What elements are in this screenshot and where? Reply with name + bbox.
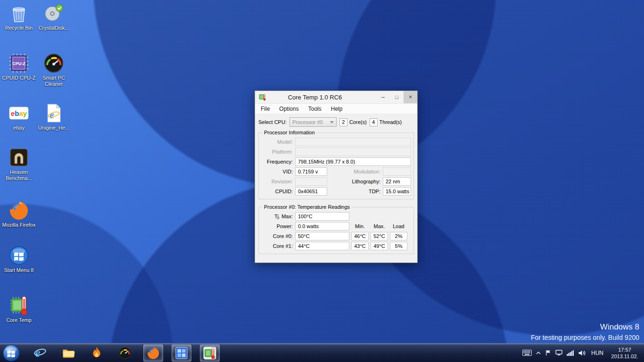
cpu-select-dropdown[interactable]: Processor #0	[289, 117, 337, 127]
temperature-readings-title: Processor #0: Temperature Readings	[262, 204, 352, 210]
ebay-icon: ebay	[8, 103, 29, 123]
desktop-icon-start-menu-8[interactable]: Start Menu 8	[2, 245, 36, 273]
action-center-flag-icon[interactable]	[545, 350, 551, 356]
heaven-benchmark-icon	[8, 147, 29, 168]
watermark-os-name: Windows 8	[531, 322, 639, 332]
model-row: Model:	[261, 137, 411, 147]
display-icon[interactable]	[555, 350, 562, 356]
model-label: Model:	[261, 139, 295, 145]
platform-label: Platform:	[261, 149, 295, 155]
internet-shortcut-file-icon: e	[43, 103, 64, 123]
desktop-icon-heaven-benchmark[interactable]: Heaven Benchma...	[2, 147, 36, 181]
maximize-button[interactable]: □	[390, 91, 404, 103]
tray-date: 2013.11.02.	[609, 353, 640, 360]
volume-icon[interactable]	[578, 350, 586, 356]
desktop-icon-core-temp[interactable]: Core Temp	[2, 295, 36, 323]
title-bar[interactable]: Core Temp 1.0 RC6 – □ ×	[255, 91, 417, 104]
minimize-button[interactable]: –	[376, 91, 390, 103]
desktop-icon-ebay[interactable]: ebay ebay	[2, 103, 36, 131]
platform-row: Platform:	[261, 147, 411, 156]
svg-text:e: e	[50, 109, 54, 121]
revision-row: Revision: Lithography: 22 nm	[261, 177, 411, 186]
caption-buttons: – □ ×	[376, 91, 417, 103]
network-signal-icon[interactable]	[567, 350, 574, 356]
power-label: Power:	[261, 223, 295, 229]
desktop-icon-unigine-heaven-file[interactable]: e Unigine_He...	[37, 103, 71, 131]
flame-app-icon	[90, 346, 103, 360]
column-header-max: Max.	[371, 223, 388, 229]
core0-load-field: 2%	[390, 232, 407, 240]
modulation-label: Modulation:	[327, 169, 383, 174]
desktop-icon-label: CrystalDisk...	[37, 25, 71, 31]
desktop-icon-recycle-bin[interactable]: Recycle Bin	[2, 3, 36, 31]
blue-tile-app-icon	[175, 346, 188, 360]
power-field: 0.0 watts	[295, 222, 349, 230]
start-menu-8-icon	[8, 245, 29, 266]
firefox-icon	[147, 346, 160, 360]
desktop-icon-label: Start Menu 8	[2, 267, 36, 273]
desktop-icon-cpu-z[interactable]: CPU-Z CPUID CPU-Z	[2, 53, 36, 81]
smart-pc-cleaner-icon	[43, 53, 64, 74]
tjmax-field: 100°C	[295, 212, 349, 221]
desktop-icon-label: Unigine_He...	[37, 125, 71, 131]
taskbar-item-file-explorer[interactable]	[58, 345, 78, 362]
core0-max-field: 52°C	[371, 232, 388, 240]
platform-field	[295, 148, 411, 156]
model-field	[295, 138, 411, 146]
menu-options[interactable]: Options	[279, 106, 298, 112]
taskbar-item-orange-app[interactable]	[87, 345, 107, 362]
menu-bar: File Options Tools Help	[255, 104, 417, 114]
desktop-icon-label: Heaven Benchma...	[2, 169, 36, 181]
svg-text:CPU-Z: CPU-Z	[12, 61, 25, 66]
tray-clock[interactable]: 17:57 2013.11.02.	[609, 346, 640, 360]
build-watermark: Windows 8 For testing purposes only. Bui…	[531, 322, 639, 341]
core0-min-field: 46°C	[351, 232, 369, 240]
cores-label: Core(s)	[349, 119, 367, 125]
cpu-select-row: Select CPU: Processor #0 2 Core(s) 4 Thr…	[258, 116, 414, 128]
show-hidden-icons-chevron-icon[interactable]	[536, 352, 541, 354]
internet-explorer-icon: e	[33, 346, 47, 360]
taskbar-item-core-temp[interactable]	[200, 345, 220, 362]
desktop-icon-firefox[interactable]: Mozilla Firefox	[2, 200, 36, 228]
tdp-label: TDP:	[327, 189, 383, 194]
lithography-field: 22 nm	[383, 177, 411, 186]
lithography-label: Lithography:	[327, 179, 383, 184]
core1-temp-field: 44°C	[295, 242, 349, 250]
close-button[interactable]: ×	[404, 91, 417, 103]
tjmax-row: Tj. Max: 100°C	[261, 212, 411, 221]
keyboard-icon[interactable]	[522, 350, 532, 356]
taskbar-item-monitor-app[interactable]	[172, 345, 191, 362]
desktop: Recycle Bin CrystalDisk... CPU-Z CPUID C…	[0, 0, 644, 362]
tray-time: 17:57	[609, 346, 640, 353]
core-temp-icon	[8, 295, 29, 316]
threads-count: 4	[370, 118, 378, 126]
language-indicator[interactable]: HUN	[590, 350, 605, 356]
system-tray: HUN 17:57 2013.11.02.	[522, 346, 644, 360]
frequency-field: 798.15MHz (99.77 x 8.0)	[295, 157, 411, 166]
desktop-icon-crystaldisk[interactable]: CrystalDisk...	[37, 3, 71, 31]
power-row: Power: 0.0 watts Min. Max. Load	[261, 222, 411, 231]
core1-load-field: 5%	[390, 242, 407, 250]
taskbar-item-firefox[interactable]	[143, 345, 163, 362]
menu-tools[interactable]: Tools	[308, 106, 322, 112]
taskbar: e	[0, 343, 644, 362]
menu-help[interactable]: Help	[331, 106, 343, 112]
temperature-readings-group: Processor #0: Temperature Readings Tj. M…	[258, 204, 414, 254]
taskbar-item-internet-explorer[interactable]: e	[30, 345, 50, 362]
cores-count: 2	[339, 118, 347, 126]
desktop-icon-smart-pc-cleaner[interactable]: Smart PC Cleaner	[37, 53, 71, 87]
cpu-select-label: Select CPU:	[258, 119, 287, 125]
core1-label: Core #1:	[261, 243, 295, 249]
desktop-icon-label: Recycle Bin	[2, 25, 36, 31]
core1-row: Core #1: 44°C 43°C 49°C 5%	[261, 241, 411, 251]
cpuid-field: 0x40651	[295, 187, 327, 196]
taskbar-item-gauge-app[interactable]	[115, 345, 135, 362]
core-temp-icon	[203, 346, 216, 360]
gauge-app-icon	[118, 346, 132, 360]
start-button[interactable]	[2, 344, 20, 362]
core0-row: Core #0: 50°C 46°C 52°C 2%	[261, 231, 411, 241]
core0-label: Core #0:	[261, 233, 295, 239]
core1-min-field: 43°C	[351, 242, 369, 250]
threads-label: Thread(s)	[380, 119, 402, 125]
menu-file[interactable]: File	[261, 106, 270, 112]
